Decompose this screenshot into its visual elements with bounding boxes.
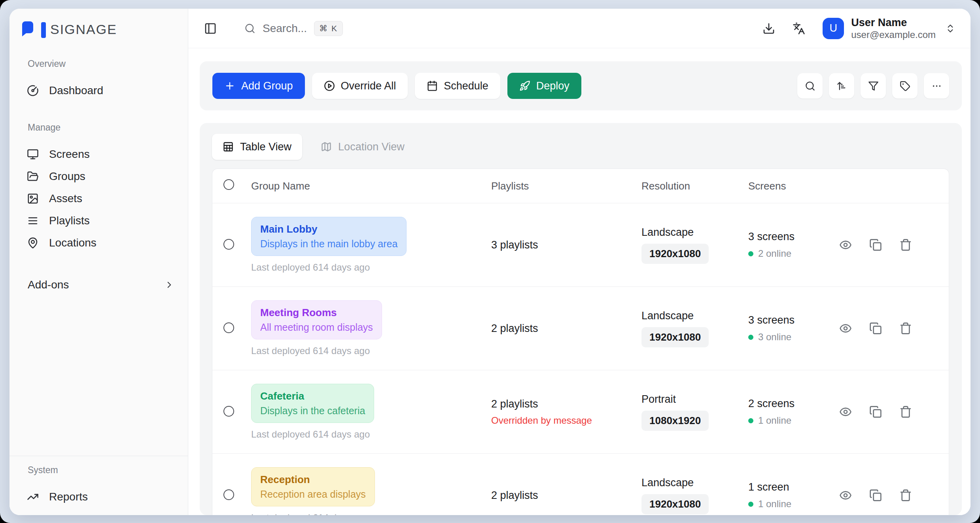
orientation: Landscape	[641, 226, 744, 239]
user-name: User Name	[851, 16, 936, 30]
sidebar-item-groups[interactable]: Groups	[27, 165, 188, 188]
chevrons-up-down-icon	[945, 23, 955, 34]
row-checkbox[interactable]	[223, 239, 234, 250]
filter-icon	[868, 81, 879, 91]
groups-section: Table View Location View Group Name Play…	[200, 123, 962, 515]
playlists-count: 2 playlists	[491, 322, 637, 335]
sort-button[interactable]	[829, 73, 854, 99]
user-menu[interactable]: U User Name user@example.com	[823, 16, 955, 41]
screens-count: 3 screens	[748, 314, 827, 326]
view-button[interactable]	[839, 489, 852, 502]
playlists-count: 2 playlists	[491, 398, 637, 410]
add-group-button[interactable]: Add Group	[212, 73, 305, 99]
orientation: Landscape	[641, 477, 744, 489]
view-button[interactable]	[839, 322, 852, 335]
row-checkbox[interactable]	[223, 406, 234, 417]
last-deployed: Last deployed 614 days ago	[251, 345, 486, 356]
table-search-button[interactable]	[797, 73, 823, 99]
schedule-button[interactable]: Schedule	[415, 73, 500, 99]
search-icon	[805, 81, 815, 91]
override-note: Overridden by message	[491, 415, 637, 426]
online-dot	[748, 335, 753, 340]
languages-icon	[793, 22, 805, 35]
table-row[interactable]: Reception Reception area displays Last d…	[212, 453, 949, 515]
ellipsis-icon	[931, 81, 942, 91]
online-dot	[748, 502, 753, 507]
sidebar-item-locations[interactable]: Locations	[27, 232, 188, 254]
delete-button[interactable]	[899, 322, 912, 335]
row-checkbox[interactable]	[223, 322, 234, 333]
view-button[interactable]	[839, 239, 852, 251]
online-dot	[748, 251, 753, 256]
playlists-count: 2 playlists	[491, 489, 637, 502]
play-circle-icon	[324, 80, 335, 91]
sidebar-toggle-button[interactable]	[204, 22, 217, 35]
duplicate-button[interactable]	[869, 406, 882, 418]
row-checkbox[interactable]	[223, 489, 234, 500]
column-group-name: Group Name	[242, 180, 486, 192]
sidebar-item-playlists[interactable]: Playlists	[27, 210, 188, 232]
panel-left-icon	[204, 22, 217, 35]
sidebar-item-label: Reports	[49, 491, 88, 503]
sidebar-item-addons[interactable]: Add-ons	[9, 273, 188, 297]
delete-button[interactable]	[899, 406, 912, 418]
content: Add Group Override All Schedule Deploy	[188, 48, 971, 515]
sidebar-item-label: Groups	[49, 170, 85, 183]
trending-up-icon	[27, 491, 39, 503]
select-all-checkbox[interactable]	[223, 179, 234, 190]
filter-button[interactable]	[861, 73, 886, 99]
download-button[interactable]	[762, 22, 775, 35]
column-playlists: Playlists	[486, 180, 637, 192]
table-row[interactable]: Cafeteria Displays in the cafeteria Last…	[212, 370, 949, 453]
chevron-right-icon	[164, 280, 174, 290]
delete-button[interactable]	[899, 489, 912, 502]
group-name: Reception	[260, 474, 366, 486]
pisignage-logo-icon	[21, 21, 46, 38]
group-description: All meeting room displays	[260, 322, 373, 333]
sidebar-item-screens[interactable]: Screens	[27, 143, 188, 165]
app-window: SIGNAGE Overview Dashboard Manage Screen…	[9, 9, 971, 515]
column-resolution: Resolution	[637, 180, 744, 192]
group-name: Cafeteria	[260, 390, 365, 402]
group-name: Meeting Rooms	[260, 307, 373, 319]
screens-count: 1 screen	[748, 481, 827, 493]
calendar-icon	[427, 80, 438, 91]
main-area: Search... ⌘ K U User Name user@example.c…	[188, 9, 971, 515]
sidebar-item-assets[interactable]: Assets	[27, 188, 188, 210]
more-options-button[interactable]	[924, 73, 949, 99]
delete-button[interactable]	[899, 239, 912, 251]
search-input[interactable]: Search... ⌘ K	[244, 21, 343, 36]
group-chip[interactable]: Meeting Rooms All meeting room displays	[251, 300, 382, 339]
search-placeholder: Search...	[263, 22, 307, 35]
groups-table: Group Name Playlists Resolution Screens …	[212, 169, 949, 515]
sidebar-section-manage: Manage	[28, 122, 188, 133]
sidebar-item-label: Playlists	[49, 214, 90, 227]
language-button[interactable]	[793, 22, 805, 35]
group-name: Main Lobby	[260, 223, 397, 235]
group-chip[interactable]: Main Lobby Displays in the main lobby ar…	[251, 217, 407, 256]
tab-table-view[interactable]: Table View	[212, 134, 302, 160]
map-pin-icon	[27, 237, 39, 249]
avatar: U	[823, 18, 844, 39]
last-deployed: Last deployed 614 days ago	[251, 429, 486, 440]
tag-button[interactable]	[892, 73, 918, 99]
group-chip[interactable]: Reception Reception area displays	[251, 467, 375, 506]
sidebar-item-dashboard[interactable]: Dashboard	[27, 80, 188, 102]
rocket-icon	[519, 80, 530, 91]
duplicate-button[interactable]	[869, 322, 882, 335]
sidebar-item-reports[interactable]: Reports	[27, 486, 188, 508]
deploy-button[interactable]: Deploy	[507, 73, 581, 99]
sidebar-section-system: System	[28, 465, 188, 476]
table-row[interactable]: Main Lobby Displays in the main lobby ar…	[212, 203, 949, 286]
sidebar-item-label: Dashboard	[49, 84, 103, 97]
tab-location-view[interactable]: Location View	[310, 134, 415, 160]
brand-logo: SIGNAGE	[9, 9, 188, 38]
table-icon	[223, 141, 234, 152]
group-chip[interactable]: Cafeteria Displays in the cafeteria	[251, 384, 374, 423]
override-all-button[interactable]: Override All	[312, 73, 408, 99]
last-deployed: Last deployed 614 days ago	[251, 262, 486, 273]
view-button[interactable]	[839, 406, 852, 418]
duplicate-button[interactable]	[869, 489, 882, 502]
table-row[interactable]: Meeting Rooms All meeting room displays …	[212, 286, 949, 370]
duplicate-button[interactable]	[869, 239, 882, 251]
